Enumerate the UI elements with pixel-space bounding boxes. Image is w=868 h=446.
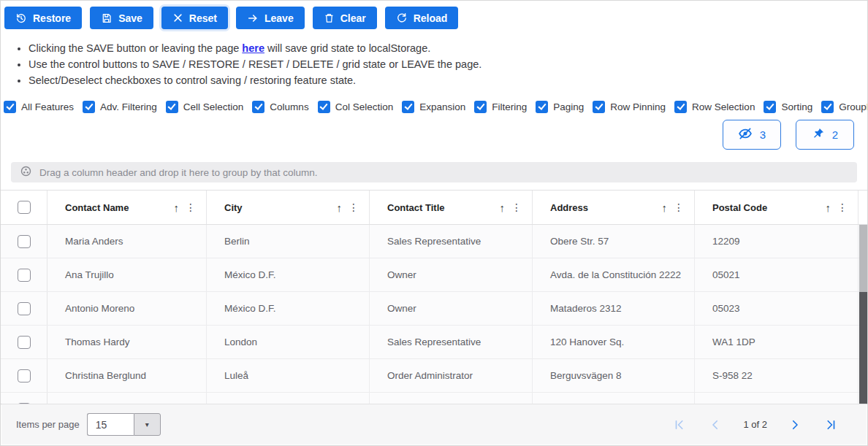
feature-cell-selection[interactable]: Cell Selection <box>166 101 244 113</box>
checkbox-checked[interactable] <box>83 101 95 113</box>
feature-sorting[interactable]: Sorting <box>764 101 812 113</box>
cell-address[interactable]: 120 Hanover Sq. <box>533 326 695 358</box>
select-all-checkbox[interactable] <box>18 201 31 214</box>
sort-asc-icon[interactable]: ↑ <box>826 202 831 213</box>
restore-button[interactable]: Restore <box>4 7 82 29</box>
vertical-scrollbar[interactable] <box>859 225 867 404</box>
column-menu-icon[interactable]: ⋮ <box>511 202 522 212</box>
feature-row-pinning[interactable]: Row Pinning <box>593 101 666 113</box>
feature-row-selection[interactable]: Row Selection <box>674 101 755 113</box>
cell-contact-name[interactable]: Antonio Moreno <box>47 292 207 325</box>
table-row[interactable]: Maria Anders Berlin Sales Representative… <box>1 225 867 258</box>
reset-button[interactable]: Reset <box>161 7 228 29</box>
table-row[interactable]: Hanna Moos Mannheim Sales Representative… <box>1 393 867 404</box>
cell-postal-code[interactable]: 05021 <box>695 258 859 291</box>
checkbox-checked[interactable] <box>4 101 16 113</box>
column-header-contact-title[interactable]: Contact Title↑⋮ <box>370 191 533 224</box>
cell-contact-name[interactable]: Hanna Moos <box>47 393 207 404</box>
cell-city[interactable]: London <box>207 326 370 358</box>
cell-postal-code[interactable]: 05023 <box>695 292 859 325</box>
scrollbar-thumb[interactable] <box>859 225 867 292</box>
groupby-area[interactable]: Drag a column header and drop it here to… <box>11 162 857 182</box>
here-link[interactable]: here <box>242 42 264 54</box>
feature-filtering[interactable]: Filtering <box>474 101 527 113</box>
cell-address[interactable]: Avda. de la Constitución 2222 <box>533 258 695 291</box>
row-checkbox[interactable] <box>18 369 31 382</box>
previous-page-button[interactable] <box>707 417 723 433</box>
checkbox-checked[interactable] <box>252 101 264 113</box>
checkbox-checked[interactable] <box>674 101 687 113</box>
cell-contact-title[interactable]: Owner <box>370 258 533 291</box>
cell-contact-name[interactable]: Ana Trujillo <box>47 258 207 291</box>
feature-all-features[interactable]: All Features <box>4 101 74 113</box>
column-menu-icon[interactable]: ⋮ <box>186 202 196 212</box>
first-page-button[interactable] <box>671 417 688 433</box>
leave-button[interactable]: Leave <box>236 7 305 29</box>
feature-label: Row Pinning <box>610 101 666 112</box>
cell-address[interactable]: Mataderos 2312 <box>533 292 695 325</box>
items-per-page-select[interactable]: 15 ▾ <box>87 413 161 436</box>
column-header-address[interactable]: Address↑⋮ <box>533 191 695 224</box>
checkbox-checked[interactable] <box>821 101 834 113</box>
cell-city[interactable]: Mannheim <box>207 393 370 404</box>
cell-contact-title[interactable]: Owner <box>370 292 533 325</box>
hidden-columns-button[interactable]: 3 <box>723 120 781 150</box>
chevron-down-icon[interactable]: ▾ <box>134 413 161 436</box>
feature-paging[interactable]: Paging <box>536 101 584 113</box>
column-header-city[interactable]: City↑⋮ <box>207 191 370 224</box>
sort-asc-icon[interactable]: ↑ <box>174 202 180 213</box>
cell-address[interactable]: Berguvsvägen 8 <box>533 359 695 392</box>
cell-address[interactable]: Forsterstr. 57 <box>533 393 695 404</box>
column-header-postal-code[interactable]: Postal Code↑⋮ <box>695 191 859 224</box>
cell-contact-name[interactable]: Thomas Hardy <box>47 326 207 358</box>
checkbox-checked[interactable] <box>536 101 548 113</box>
cell-contact-title[interactable]: Sales Representative <box>370 225 533 258</box>
feature-columns[interactable]: Columns <box>252 101 308 113</box>
sort-asc-icon[interactable]: ↑ <box>662 202 668 213</box>
column-menu-icon[interactable]: ⋮ <box>837 202 848 212</box>
sort-asc-icon[interactable]: ↑ <box>500 202 506 213</box>
table-row[interactable]: Ana Trujillo México D.F. Owner Avda. de … <box>1 258 867 292</box>
checkbox-checked[interactable] <box>402 101 414 113</box>
save-button[interactable]: Save <box>90 7 153 29</box>
pinned-columns-button[interactable]: 2 <box>796 120 854 150</box>
row-checkbox[interactable] <box>18 336 31 349</box>
next-page-button[interactable] <box>787 417 803 433</box>
checkbox-checked[interactable] <box>166 101 178 113</box>
table-row[interactable]: Antonio Moreno México D.F. Owner Matader… <box>1 292 867 326</box>
row-checkbox[interactable] <box>18 302 31 315</box>
last-page-button[interactable] <box>823 417 839 433</box>
cell-postal-code[interactable]: WA1 1DP <box>695 326 859 358</box>
column-menu-icon[interactable]: ⋮ <box>674 202 684 212</box>
sort-asc-icon[interactable]: ↑ <box>337 202 343 213</box>
cell-postal-code[interactable]: 12209 <box>695 225 859 258</box>
row-checkbox[interactable] <box>18 235 31 248</box>
column-menu-icon[interactable]: ⋮ <box>349 202 359 212</box>
checkbox-checked[interactable] <box>764 101 776 113</box>
cell-city[interactable]: Luleå <box>207 359 370 392</box>
column-header-contact-name[interactable]: Contact Name↑⋮ <box>47 191 207 224</box>
table-row[interactable]: Christina Berglund Luleå Order Administr… <box>1 359 867 393</box>
checkbox-checked[interactable] <box>474 101 487 113</box>
feature-groupby[interactable]: GroupBy <box>821 101 867 113</box>
cell-address[interactable]: Obere Str. 57 <box>533 225 695 258</box>
cell-postal-code[interactable]: S-958 22 <box>695 359 859 392</box>
cell-contact-title[interactable]: Order Administrator <box>370 359 533 392</box>
checkbox-checked[interactable] <box>318 101 330 113</box>
feature-expansion[interactable]: Expansion <box>402 101 465 113</box>
clear-button[interactable]: Clear <box>313 7 377 29</box>
checkbox-checked[interactable] <box>593 101 605 113</box>
cell-contact-name[interactable]: Christina Berglund <box>47 359 207 392</box>
cell-city[interactable]: México D.F. <box>207 258 370 291</box>
cell-postal-code[interactable]: 68306 <box>695 393 859 404</box>
cell-contact-name[interactable]: Maria Anders <box>47 225 207 258</box>
cell-city[interactable]: Berlin <box>207 225 370 258</box>
cell-contact-title[interactable]: Sales Representative <box>370 393 533 404</box>
row-checkbox[interactable] <box>18 269 31 282</box>
cell-city[interactable]: México D.F. <box>207 292 370 325</box>
feature-col-selection[interactable]: Col Selection <box>318 101 394 113</box>
reload-button[interactable]: Reload <box>385 7 459 29</box>
feature-adv-filtering[interactable]: Adv. Filtering <box>83 101 157 113</box>
cell-contact-title[interactable]: Sales Representative <box>370 326 533 358</box>
table-row[interactable]: Thomas Hardy London Sales Representative… <box>1 326 867 359</box>
